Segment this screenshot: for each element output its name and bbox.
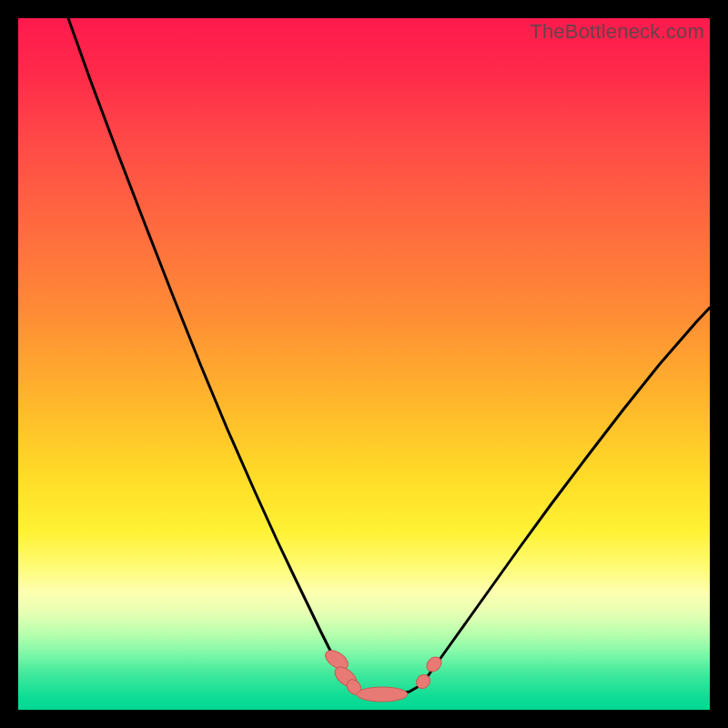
chart-frame: TheBottleneck.com <box>18 18 710 710</box>
curve-left-curve <box>68 18 348 685</box>
plot-svg <box>18 18 710 710</box>
curve-right-curve <box>420 308 710 685</box>
marker-floor-bar <box>357 687 408 702</box>
